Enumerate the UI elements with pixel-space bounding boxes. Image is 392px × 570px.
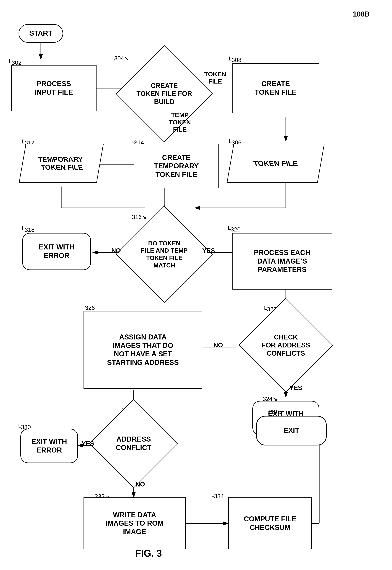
temp-token-file-para-label: TEMPORARY TOKEN FILE — [22, 144, 100, 183]
figure-label: FIG. 3 — [135, 548, 162, 559]
write-data-images-node: WRITE DATA IMAGES TO ROM IMAGE — [84, 497, 186, 549]
no-328-label: NO — [136, 481, 145, 488]
process-input-file-node: PROCESS INPUT FILE — [11, 65, 97, 111]
write-data-images-label: WRITE DATA IMAGES TO ROM IMAGE — [106, 511, 164, 536]
temp-token-file-edge-label: TEMP TOKEN FILE — [169, 111, 191, 133]
process-each-data-image-node: PROCESS EACH DATA IMAGE'S PARAMETERS — [232, 233, 332, 290]
assign-data-images-node: ASSIGN DATA IMAGES THAT DO NOT HAVE A SE… — [84, 311, 202, 389]
process-each-data-image-label: PROCESS EACH DATA IMAGE'S PARAMETERS — [254, 249, 310, 274]
token-file-para-label: TOKEN FILE — [230, 144, 321, 183]
exit-with-error-318-node: EXIT WITH ERROR — [22, 233, 91, 270]
start-node: START — [19, 24, 63, 43]
create-temp-token-file-node: CREATE TEMPORARY TOKEN FILE — [134, 144, 219, 188]
yes-322-label: YES — [290, 384, 302, 391]
no-322-label: NO — [213, 342, 223, 349]
create-token-file-node: CREATE TOKEN FILE — [232, 63, 319, 113]
yes-328-label: YES — [82, 440, 94, 447]
check-address-conflicts-label: CHECK FOR ADDRESS CONFLICTS — [252, 312, 319, 379]
create-token-file-label: CREATE TOKEN FILE — [255, 80, 296, 97]
assign-data-images-label: ASSIGN DATA IMAGES THAT DO NOT HAVE A SE… — [107, 333, 179, 367]
exit-node: EXIT — [256, 416, 327, 445]
diagram-container: 108B — [0, 0, 392, 570]
token-file-edge-label: TOKEN FILE — [204, 70, 226, 85]
exit-with-error-330-node: EXIT WITH ERROR — [20, 429, 78, 463]
ref-108b-label: 108B — [353, 10, 370, 18]
exit-with-error-318-label: EXIT WITH ERROR — [39, 243, 74, 260]
exit-label: EXIT — [284, 426, 299, 435]
create-temp-token-file-label: CREATE TEMPORARY TOKEN FILE — [154, 153, 199, 179]
start-label: START — [29, 29, 52, 38]
process-input-file-label: PROCESS INPUT FILE — [35, 80, 73, 97]
address-conflict-label: ADDRESS CONFLICT — [102, 412, 165, 475]
compute-file-checksum-node: COMPUTE FILE CHECKSUM — [228, 497, 312, 549]
compute-file-checksum-label: COMPUTE FILE CHECKSUM — [244, 515, 296, 532]
exit-with-error-330-label: EXIT WITH ERROR — [31, 437, 67, 454]
do-token-file-match-label: DO TOKEN FILE AND TEMP TOKEN FILE MATCH — [130, 220, 199, 289]
no-316-label: NO — [111, 247, 121, 254]
yes-316-label: YES — [202, 247, 215, 254]
